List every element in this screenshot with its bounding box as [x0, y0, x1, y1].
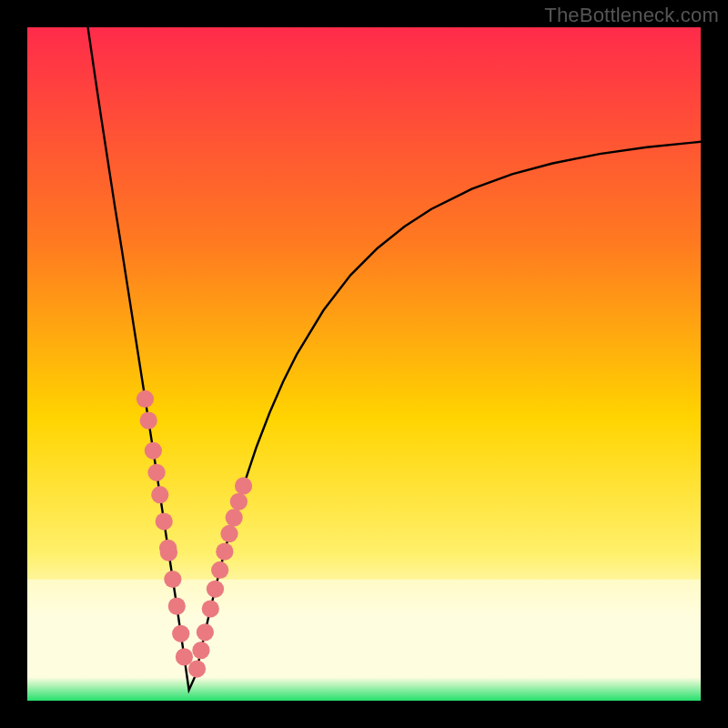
curve-marker	[211, 561, 228, 579]
chart-frame: TheBottleneck.com	[0, 0, 728, 728]
plot-area	[27, 27, 701, 701]
curve-marker	[226, 509, 243, 526]
pale-yellow-band	[27, 580, 701, 633]
curve-marker	[151, 486, 168, 503]
curve-marker	[145, 442, 162, 460]
curve-marker	[164, 571, 181, 588]
curve-marker	[188, 660, 206, 677]
curve-marker	[136, 390, 154, 408]
curve-marker	[197, 623, 214, 641]
plot-svg	[27, 27, 701, 701]
curve-marker	[235, 477, 252, 494]
curve-marker	[156, 512, 173, 530]
curve-marker	[202, 600, 219, 617]
curve-marker	[216, 543, 233, 561]
curve-marker	[147, 464, 165, 481]
watermark-text: TheBottleneck.com	[544, 4, 719, 27]
curve-marker	[172, 625, 189, 642]
curve-marker	[220, 525, 238, 542]
curve-marker	[160, 544, 177, 561]
curve-marker	[230, 493, 248, 511]
curve-marker	[140, 412, 157, 430]
curve-marker	[168, 597, 186, 614]
curve-marker	[192, 642, 209, 659]
curve-marker	[207, 581, 224, 598]
curve-marker	[176, 648, 193, 665]
